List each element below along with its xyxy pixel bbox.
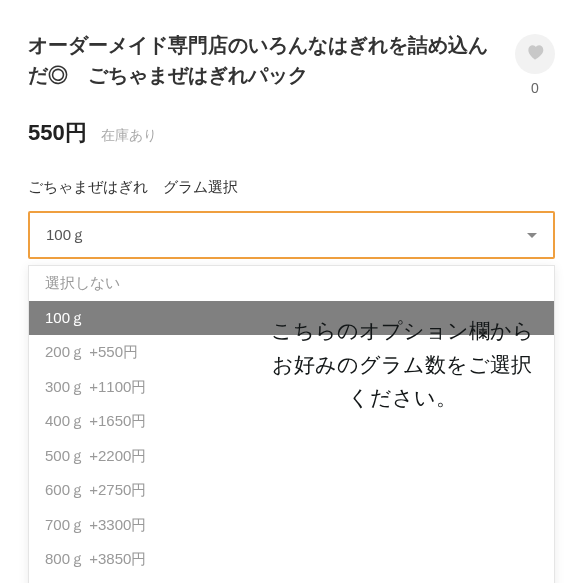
option-item[interactable]: 800ｇ +3850円 [29,542,554,577]
option-label: ごちゃまぜはぎれ グラム選択 [28,178,555,197]
product-title: オーダーメイド専門店のいろんなはぎれを詰め込んだ◎ ごちゃまぜはぎれパック [28,30,499,90]
gram-select[interactable]: 100ｇ [28,211,555,259]
option-item[interactable]: 選択しない [29,266,554,301]
favorite-count: 0 [531,80,539,96]
select-value: 100ｇ [46,226,86,245]
chevron-down-icon [527,233,537,238]
option-item[interactable]: 400ｇ +1650円 [29,404,554,439]
favorite-button[interactable] [515,34,555,74]
option-item[interactable]: 100ｇ [29,301,554,336]
option-item[interactable]: 500ｇ +2200円 [29,439,554,474]
option-item[interactable]: 600ｇ +2750円 [29,473,554,508]
heart-icon [525,42,545,66]
option-item[interactable]: 900ｇ +4400円 [29,577,554,584]
option-item[interactable]: 200ｇ +550円 [29,335,554,370]
option-item[interactable]: 700ｇ +3300円 [29,508,554,543]
stock-status: 在庫あり [101,127,157,145]
price: 550円 [28,118,87,148]
gram-dropdown: 選択しない 100ｇ 200ｇ +550円 300ｇ +1100円 400ｇ +… [28,265,555,583]
option-item[interactable]: 300ｇ +1100円 [29,370,554,405]
